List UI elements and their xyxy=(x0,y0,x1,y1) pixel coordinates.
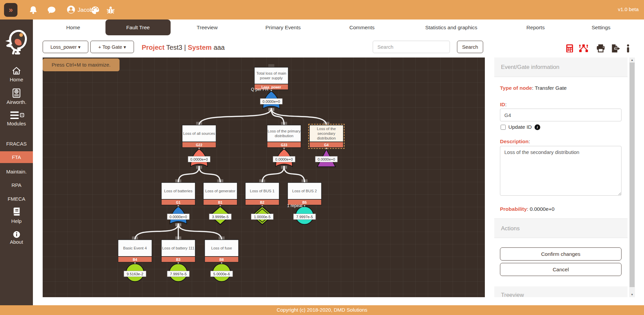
update-id-checkbox[interactable] xyxy=(501,125,506,130)
tab-treeview[interactable]: Treeview xyxy=(197,19,218,35)
svg-text:Basic Event 4: Basic Event 4 xyxy=(123,246,147,250)
airworthiness-icon xyxy=(12,93,21,99)
search-button[interactable]: Search xyxy=(457,41,483,53)
sidebar-item-fracas[interactable]: FRACAS xyxy=(0,141,33,147)
tree-node-B8[interactable]: B8Loss of fuse5.0000e-6 xyxy=(205,240,239,282)
add-top-gate-dropdown[interactable]: + Top Gate ▾ xyxy=(90,41,134,53)
svg-text:G4: G4 xyxy=(324,143,329,147)
svg-text:0.0000e+0: 0.0000e+0 xyxy=(190,157,208,161)
update-id-label: Update ID xyxy=(508,124,532,130)
tree-node-B5[interactable]: B5Loss of BUS 27.9997e-51 repeat xyxy=(287,183,322,225)
svg-text:secondary: secondary xyxy=(317,131,335,135)
sidebar-item-label: About xyxy=(0,239,33,245)
svg-text:G33: G33 xyxy=(281,143,287,147)
sidebar-item-airworthiness[interactable]: Airworth. xyxy=(0,88,33,105)
sidebar-item-label: Home xyxy=(0,77,33,82)
tab-home[interactable]: Home xyxy=(66,19,80,35)
svg-text:Loss of all sources: Loss of all sources xyxy=(183,131,215,135)
fault-tree-diagram: Loss_powerTotal loss of mainpower supply… xyxy=(43,57,485,297)
version-label: v1.0 beta xyxy=(618,6,639,12)
svg-text:7.9997e-5: 7.9997e-5 xyxy=(170,272,187,276)
sidebar-item-rpa[interactable]: RPA xyxy=(0,182,33,188)
sidebar-item-label: Airworth. xyxy=(0,99,33,105)
svg-text:Loss of generator: Loss of generator xyxy=(205,189,235,193)
sidebar-item-label: Modules xyxy=(0,121,33,126)
modules-icon xyxy=(9,115,24,121)
bell-icon[interactable] xyxy=(29,6,38,14)
svg-text:B3: B3 xyxy=(176,258,181,262)
actions-header: Actions xyxy=(494,219,628,238)
bug-icon[interactable] xyxy=(106,6,115,14)
sidebar-item-help[interactable]: Help xyxy=(0,207,33,224)
search-input[interactable] xyxy=(373,41,450,53)
panel-scrollbar[interactable]: ▲ ▼ xyxy=(629,57,635,297)
tree-node-B2[interactable]: B2Loss of BUS 11.0000e-5 xyxy=(245,183,279,225)
id-input[interactable] xyxy=(500,109,622,121)
fault-tree-toolbar: Loss_power ▾ + Top Gate ▾ Project Test3 … xyxy=(33,35,644,57)
tree-node-G33[interactable]: G33Loss of the primarydistribution0.0000… xyxy=(267,125,301,166)
sidebar-collapse-button[interactable]: » xyxy=(4,3,17,17)
tab-fault-tree[interactable]: Fault Tree xyxy=(105,19,171,35)
sidebar-item-modules[interactable]: Modules xyxy=(0,111,33,126)
tree-node-B3[interactable]: B3Loss of battery 1117.9997e-5 xyxy=(162,240,195,282)
help-icon xyxy=(12,212,21,218)
fault-tree-canvas[interactable]: Loss_powerTotal loss of mainpower supply… xyxy=(43,57,485,297)
node-annotation: Q per FH xyxy=(251,87,268,92)
file-export-icon[interactable] xyxy=(611,44,620,54)
svg-text:Loss of BUS 1: Loss of BUS 1 xyxy=(250,189,275,193)
sidebar-item-label: FMECA xyxy=(0,196,33,202)
tab-comments[interactable]: Comments xyxy=(350,19,375,35)
about-icon xyxy=(13,233,20,239)
info-icon[interactable] xyxy=(627,44,630,54)
svg-text:G22: G22 xyxy=(196,143,202,147)
svg-text:B2: B2 xyxy=(260,201,265,204)
chat-icon[interactable] xyxy=(47,6,56,14)
page-title: Project Test3 | System aaa xyxy=(142,44,225,51)
calculator-icon[interactable] xyxy=(566,44,573,54)
tree-node-G22[interactable]: G22Loss of all sources0.0000e+0 xyxy=(182,125,216,166)
sidebar-item-label: RPA xyxy=(0,182,33,188)
palette-icon[interactable] xyxy=(91,6,99,14)
svg-text:1.0000e-5: 1.0000e-5 xyxy=(254,215,271,219)
tab-primary-events[interactable]: Primary Events xyxy=(265,19,301,35)
user-icon xyxy=(66,5,76,15)
tree-node-B1[interactable]: B1Loss of generator3.9999e-5 xyxy=(203,183,237,225)
print-icon[interactable] xyxy=(596,44,605,54)
svg-text:B8: B8 xyxy=(220,258,224,262)
treeview-header: Treeview xyxy=(494,286,628,297)
sidebar-item-label: FTA xyxy=(0,154,33,160)
sidebar-item-home[interactable]: Home xyxy=(0,66,33,82)
svg-text:power supply: power supply xyxy=(260,76,283,80)
module-tab-bar: Home Fault Tree Treeview Primary Events … xyxy=(33,19,644,35)
scroll-down-arrow[interactable]: ▼ xyxy=(629,292,635,297)
svg-text:Total loss of main: Total loss of main xyxy=(257,71,286,75)
scroll-up-arrow[interactable]: ▲ xyxy=(629,57,635,63)
tree-node-G4[interactable]: G4Loss of thesecondarydistribution0.0000… xyxy=(309,124,344,167)
tree-node-Loss_power[interactable]: Loss_powerTotal loss of mainpower supply… xyxy=(251,67,288,109)
footer-copyright: Copyright (c) 2018-2020, DMD Solutions xyxy=(0,305,644,315)
sidebar: Home Airworth. Modules FRACAS FTA Mainta… xyxy=(0,19,33,305)
sidebar-item-maintain[interactable]: Maintain. xyxy=(0,169,33,174)
confirm-changes-button[interactable]: Confirm changes xyxy=(500,247,622,261)
info-circle-icon[interactable]: i xyxy=(535,124,540,130)
svg-text:0.0000e+0: 0.0000e+0 xyxy=(318,157,335,161)
sidebar-item-fta[interactable]: FTA xyxy=(0,151,33,163)
scrollbar-thumb[interactable] xyxy=(630,63,635,287)
top-bar: » Jacob ▾ v1.0 beta xyxy=(0,0,644,19)
probability-row: Probability: 0.0000e+0 xyxy=(500,206,554,212)
description-textarea[interactable]: Loss of the secondary distribution xyxy=(500,146,622,196)
tab-reports[interactable]: Reports xyxy=(526,19,545,35)
sidebar-item-about[interactable]: About xyxy=(0,231,33,245)
tree-select-dropdown[interactable]: Loss_power ▾ xyxy=(43,41,88,53)
svg-text:0.0000e+0: 0.0000e+0 xyxy=(275,157,293,161)
cancel-button[interactable]: Cancel xyxy=(500,263,622,276)
tab-statistics-and-graphics[interactable]: Statistics and graphics xyxy=(425,19,477,35)
sidebar-item-fmeca[interactable]: FMECA xyxy=(0,196,33,202)
project-diagram-icon[interactable] xyxy=(579,44,588,54)
svg-text:5.0000e-6: 5.0000e-6 xyxy=(213,272,230,276)
tree-node-B4[interactable]: B4Basic Event 49.5163e-2 xyxy=(118,240,152,282)
svg-text:Loss of battery 111: Loss of battery 111 xyxy=(162,246,194,250)
tree-node-G1[interactable]: G1Loss of batteries0.0000e+0 xyxy=(162,183,195,224)
tab-settings[interactable]: Settings xyxy=(592,19,610,35)
node-annotation: 1 repeat xyxy=(287,203,303,208)
